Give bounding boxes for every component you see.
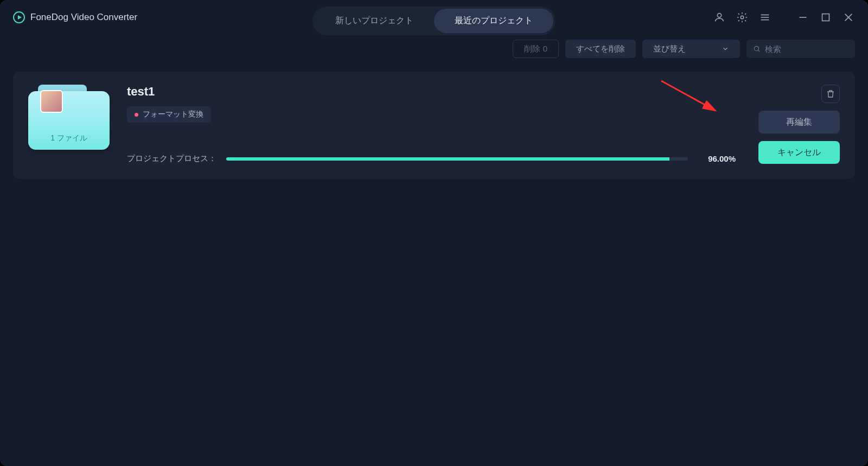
- progress-bar: [226, 157, 688, 161]
- titlebar: FoneDog Video Converter 新しいプロジェクト 最近のプロジ…: [0, 0, 868, 35]
- project-main: test1 フォーマット変換 プロジェクトプロセス： 96.00%: [127, 85, 736, 164]
- video-preview-icon: [40, 90, 63, 113]
- project-thumbnail: 1 ファイル: [28, 85, 110, 150]
- status-dot-icon: [135, 113, 138, 117]
- app-title: FoneDog Video Converter: [30, 12, 137, 23]
- account-icon[interactable]: [713, 11, 726, 24]
- sort-select-label: 並び替え: [653, 44, 686, 54]
- trash-icon: [826, 89, 835, 99]
- project-actions: 再編集 キャンセル: [753, 85, 840, 164]
- search-box[interactable]: [746, 40, 855, 58]
- minimize-icon[interactable]: [796, 11, 809, 24]
- settings-icon[interactable]: [736, 11, 749, 24]
- progress-row: プロジェクトプロセス： 96.00%: [127, 154, 736, 164]
- window-controls: [713, 11, 855, 24]
- badge-label: フォーマット変換: [143, 110, 203, 119]
- content-area: 1 ファイル test1 フォーマット変換 プロジェクトプロセス： 96.: [0, 63, 868, 188]
- sort-select[interactable]: 並び替え: [642, 40, 740, 58]
- progress-label: プロジェクトプロセス：: [127, 154, 216, 164]
- svg-point-0: [717, 14, 721, 17]
- svg-line-10: [758, 50, 760, 52]
- search-input[interactable]: [765, 44, 848, 54]
- close-icon[interactable]: [842, 11, 855, 24]
- project-title: test1: [127, 85, 736, 99]
- svg-rect-6: [822, 14, 829, 21]
- tab-new-project[interactable]: 新しいプロジェクト: [315, 9, 434, 33]
- progress-fill: [226, 157, 669, 161]
- project-card: 1 ファイル test1 フォーマット変換 プロジェクトプロセス： 96.: [13, 72, 855, 179]
- progress-percent: 96.00%: [698, 154, 736, 163]
- search-icon: [753, 44, 761, 53]
- delete-project-button[interactable]: [821, 85, 840, 103]
- app-window: FoneDog Video Converter 新しいプロジェクト 最近のプロジ…: [0, 0, 868, 466]
- svg-point-9: [754, 46, 758, 50]
- play-circle-icon: [13, 11, 25, 23]
- file-count-label: 1 ファイル: [50, 133, 87, 143]
- project-tabs: 新しいプロジェクト 最近のプロジェクト: [312, 7, 556, 35]
- reedit-button[interactable]: 再編集: [758, 111, 840, 133]
- maximize-icon[interactable]: [819, 11, 832, 24]
- tab-recent-projects[interactable]: 最近のプロジェクト: [434, 9, 553, 33]
- delete-button[interactable]: 削除 0: [513, 40, 559, 58]
- format-convert-badge: フォーマット変換: [127, 106, 211, 123]
- toolbar: 削除 0 すべてを削除 並び替え: [0, 35, 868, 63]
- cancel-button[interactable]: キャンセル: [758, 141, 840, 164]
- menu-icon[interactable]: [758, 11, 771, 24]
- app-logo: FoneDog Video Converter: [13, 11, 137, 23]
- delete-all-button[interactable]: すべてを削除: [565, 40, 636, 58]
- chevron-down-icon: [722, 45, 729, 53]
- svg-point-1: [741, 16, 744, 19]
